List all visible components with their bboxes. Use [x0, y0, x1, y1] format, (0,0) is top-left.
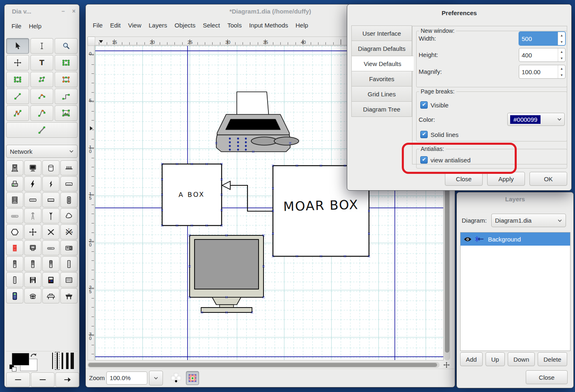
- shape-bolt[interactable]: [24, 176, 41, 191]
- tool-box[interactable]: [55, 55, 78, 71]
- magnify-spinner[interactable]: 100.00 ▲▼: [519, 65, 566, 79]
- connection-points-toggle[interactable]: [186, 371, 199, 385]
- solid-lines-checkbox-row[interactable]: ✔ Solid lines: [420, 131, 458, 138]
- apply-button[interactable]: Apply: [487, 172, 525, 186]
- tool-zigzagline[interactable]: [55, 89, 78, 104]
- layer-visible-eye-icon[interactable]: [464, 236, 472, 242]
- foreground-color-swatch[interactable]: [12, 353, 29, 365]
- tool-magnify[interactable]: [55, 38, 78, 54]
- tool-image[interactable]: [55, 105, 78, 121]
- tab-grid-lines[interactable]: Grid Lines: [351, 86, 412, 102]
- shape-floppy[interactable]: [24, 272, 41, 287]
- shape-switch-flat[interactable]: [6, 208, 23, 223]
- tab-user-interface[interactable]: User Interface: [351, 25, 412, 41]
- ok-button[interactable]: OK: [529, 172, 567, 186]
- visible-checkbox-row[interactable]: ✔ Visible: [420, 101, 449, 109]
- close-icon[interactable]: ×: [69, 8, 79, 14]
- canvas-menu-help[interactable]: Help: [292, 20, 312, 30]
- tool-beziergon[interactable]: [55, 72, 78, 87]
- ruler-origin-button[interactable]: [87, 36, 95, 46]
- shape-modem[interactable]: [60, 176, 78, 191]
- canvas-menu-objects[interactable]: Objects: [171, 20, 199, 30]
- layer-connectable-icon[interactable]: [475, 236, 485, 242]
- toolbox-menu-help[interactable]: Help: [25, 21, 45, 31]
- tab-view-defaults[interactable]: View Defaults: [351, 56, 414, 71]
- shape-tower-2[interactable]: [24, 256, 41, 271]
- spinner-arrows-icon[interactable]: ▲▼: [558, 65, 565, 78]
- shape-bus[interactable]: [60, 160, 78, 175]
- line-style-button[interactable]: [31, 372, 55, 387]
- shape-disk-unit[interactable]: [60, 272, 78, 287]
- shape-firewall[interactable]: [6, 240, 23, 255]
- shape-zip-disk[interactable]: [42, 272, 60, 287]
- canvas-menu-file[interactable]: File: [89, 20, 106, 30]
- shape-hub-small[interactable]: [24, 192, 41, 207]
- shape-radio-tower[interactable]: [24, 208, 41, 223]
- line-width-8[interactable]: [70, 352, 74, 369]
- canvas-menu-edit[interactable]: Edit: [106, 20, 124, 30]
- checkbox-checked-icon[interactable]: ✔: [420, 131, 428, 138]
- zoom-dropdown-button[interactable]: [149, 371, 163, 385]
- default-colors-icon-bg[interactable]: [12, 367, 16, 371]
- checkbox-checked-icon[interactable]: ✔: [420, 156, 428, 164]
- tool-ellipse[interactable]: [6, 72, 29, 87]
- line-width-selector[interactable]: [50, 352, 74, 369]
- layer-row-background[interactable]: Background: [460, 232, 570, 246]
- toolbox-menu-file[interactable]: File: [8, 21, 25, 31]
- a-box-object[interactable]: A BOX: [162, 164, 222, 226]
- layers-titlebar[interactable]: Layers: [457, 192, 573, 205]
- shape-computer[interactable]: [6, 160, 23, 175]
- tool-bezierline[interactable]: [30, 105, 53, 121]
- move-canvas-icon[interactable]: [443, 361, 450, 369]
- tool-line[interactable]: [6, 89, 29, 104]
- canvas-menu-tools[interactable]: Tools: [224, 20, 245, 30]
- shape-tower-1[interactable]: [6, 256, 23, 271]
- layer-add-button[interactable]: Add: [460, 352, 483, 366]
- sheet-selector[interactable]: Network: [6, 145, 78, 158]
- tool-polyline[interactable]: [6, 105, 29, 121]
- shape-bolt2[interactable]: [42, 176, 60, 191]
- checkbox-checked-icon[interactable]: ✔: [420, 101, 428, 109]
- shape-cross-connector[interactable]: [42, 224, 60, 239]
- view-antialised-checkbox-row[interactable]: ✔ view antialised: [420, 156, 471, 164]
- spinner-arrows-icon[interactable]: ▲▼: [558, 48, 565, 62]
- tool-scroll[interactable]: [6, 55, 29, 71]
- shape-telephone[interactable]: [24, 288, 41, 303]
- line-width-6[interactable]: [65, 352, 69, 369]
- layer-delete-button[interactable]: Delete: [538, 352, 567, 366]
- canvas-menu-input-methods[interactable]: Input Methods: [245, 20, 292, 30]
- tab-diagram-defaults[interactable]: Diagram Defaults: [351, 41, 412, 56]
- shape-hub[interactable]: [42, 192, 60, 207]
- tool-modify[interactable]: [6, 38, 29, 54]
- shape-storage[interactable]: [42, 160, 60, 175]
- shape-plotter[interactable]: [42, 288, 60, 303]
- height-spinner[interactable]: 400 ▲▼: [519, 48, 566, 62]
- shape-net-printer[interactable]: [6, 176, 23, 191]
- minimize-icon[interactable]: –: [58, 8, 69, 14]
- canvas-menu-view[interactable]: View: [124, 20, 145, 30]
- layers-close-button[interactable]: Close: [526, 370, 568, 384]
- grid-snap-toggle-icon[interactable]: [170, 372, 182, 384]
- tab-diagram-tree[interactable]: Diagram Tree: [351, 101, 412, 117]
- diagram-combo[interactable]: Diagram1.dia: [491, 214, 566, 227]
- arrow-end-style-button[interactable]: [55, 372, 79, 387]
- line-width-2[interactable]: [50, 352, 54, 369]
- tool-outline[interactable]: [6, 122, 78, 138]
- shape-flow-arrows[interactable]: [24, 224, 41, 239]
- shape-tower-3[interactable]: [42, 256, 60, 271]
- tool-polygon[interactable]: [30, 72, 53, 87]
- shape-router[interactable]: [60, 192, 78, 207]
- shape-rack[interactable]: [6, 192, 23, 207]
- tool-arc[interactable]: [30, 89, 53, 104]
- shape-tower-plain[interactable]: [6, 272, 23, 287]
- line-width-4[interactable]: [60, 352, 64, 369]
- shape-atm-switch[interactable]: AMT: [60, 224, 78, 239]
- line-width-3[interactable]: [55, 352, 59, 369]
- close-button[interactable]: Close: [445, 172, 483, 186]
- shape-cloud[interactable]: [60, 208, 78, 223]
- shape-hexagon[interactable]: [6, 224, 23, 239]
- shape-mobile-phone[interactable]: [6, 288, 23, 303]
- canvas-menu-layers[interactable]: Layers: [145, 20, 171, 30]
- layer-down-button[interactable]: Down: [508, 352, 535, 366]
- tab-favorites[interactable]: Favorites: [351, 71, 412, 87]
